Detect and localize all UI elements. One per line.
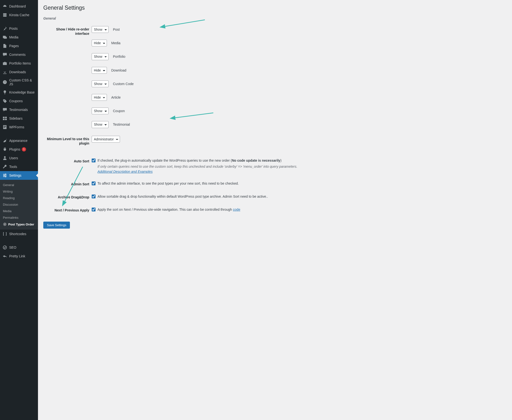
tag-icon	[2, 99, 7, 104]
sidebar-item-comments[interactable]: Comments	[0, 50, 38, 59]
svg-point-15	[4, 156, 6, 158]
posttype-select-media[interactable]: Hide	[92, 40, 107, 46]
svg-rect-17	[3, 175, 7, 176]
svg-point-28	[5, 223, 6, 224]
sidebar-item-shortcodes[interactable]: Shortcodes	[0, 230, 38, 238]
sidebar-item-custom-css-js[interactable]: Custom CSS & JS	[0, 76, 38, 88]
sidebar-item-label: Downloads	[9, 70, 26, 74]
sidebar-item-appearance[interactable]: Appearance	[0, 136, 38, 145]
tools-icon	[2, 164, 7, 169]
svg-rect-18	[3, 176, 7, 177]
testimonial-icon	[2, 107, 7, 112]
sidebar-item-posts[interactable]: Posts	[0, 24, 38, 33]
sidebar-item-pages[interactable]: Pages	[0, 42, 38, 50]
svg-rect-8	[5, 117, 7, 118]
svg-rect-20	[4, 175, 4, 176]
sidebar-item-label: Pages	[9, 44, 19, 48]
archivednd-label: Archive Drag&Drop	[43, 191, 92, 204]
pto-icon	[3, 222, 7, 226]
nextprev-code-link[interactable]: code	[233, 208, 240, 211]
submenu-item-label: Discussion	[3, 203, 18, 206]
adminsort-label: Admin Sort	[43, 178, 92, 191]
svg-point-22	[4, 224, 5, 225]
posttype-select-coupon[interactable]: Show	[92, 107, 109, 114]
posttype-select-post[interactable]: Show	[92, 26, 109, 33]
code-icon	[2, 80, 7, 85]
sidebar-item-wpforms[interactable]: WPForms	[0, 123, 38, 131]
svg-point-26	[6, 224, 6, 225]
sidebar-item-coupons[interactable]: Coupons	[0, 97, 38, 105]
media-icon	[2, 35, 7, 40]
sidebars-icon	[2, 116, 7, 121]
submenu-item-media[interactable]: Media	[0, 208, 38, 214]
svg-rect-0	[3, 13, 7, 14]
adminsort-checkbox[interactable]	[92, 181, 96, 185]
sidebar-item-sidebars[interactable]: Sidebars	[0, 114, 38, 123]
archivednd-desc: Allow sortable drag & drop functionality…	[98, 194, 268, 199]
submenu-item-post-types-order[interactable]: Post Types Order	[0, 221, 38, 228]
autosort-hint-link[interactable]: Additional Description and Examples	[98, 170, 153, 173]
posttype-row-testimonial: ShowTestimonial	[92, 121, 504, 128]
page-title: General Settings	[43, 2, 507, 12]
sidebar-item-dashboard[interactable]: Dashboard	[0, 2, 38, 11]
submenu-item-reading[interactable]: Reading	[0, 195, 38, 201]
sidebar-item-label: Appearance	[9, 139, 28, 142]
users-icon	[2, 156, 7, 160]
svg-rect-16	[3, 174, 7, 174]
posttype-select-article[interactable]: Hide	[92, 94, 107, 101]
sidebar-item-tools[interactable]: Tools	[0, 162, 38, 171]
nextprev-label: Next / Previous Apply	[43, 204, 92, 217]
svg-point-30	[5, 225, 6, 225]
submenu-item-discussion[interactable]: Discussion	[0, 201, 38, 208]
save-settings-button[interactable]: Save Settings	[43, 222, 70, 229]
sidebar-item-label: Plugins	[9, 147, 20, 151]
sidebar-item-label: Testimonials	[9, 108, 28, 112]
submenu-item-general[interactable]: General	[0, 182, 38, 188]
wpforms-icon	[2, 125, 7, 129]
autosort-label: Auto Sort	[43, 155, 92, 178]
sidebar-item-downloads[interactable]: Downloads	[0, 68, 38, 76]
sidebar-item-plugins[interactable]: Plugins1	[0, 145, 38, 154]
min-level-label: Minimum Level to use this plugin	[43, 132, 92, 150]
autosort-checkbox[interactable]	[92, 158, 96, 162]
sidebar-item-label: Media	[9, 35, 18, 39]
posttype-select-custom-code[interactable]: Show	[92, 81, 109, 87]
sidebar-item-portfolio-items[interactable]: Portfolio Items	[0, 59, 38, 68]
posttype-select-download[interactable]: Hide	[92, 67, 107, 74]
svg-rect-10	[5, 119, 7, 120]
posttype-label: Download	[111, 68, 126, 72]
sidebar-item-pretty-link[interactable]: Pretty Link	[0, 252, 38, 261]
svg-point-24	[5, 225, 5, 226]
sidebar-item-settings[interactable]: Settings	[0, 171, 38, 180]
posttype-select-portfolio[interactable]: Show	[92, 53, 109, 60]
portfolio-icon	[2, 61, 7, 66]
sidebar-item-label: Portfolio Items	[9, 61, 31, 65]
min-level-select[interactable]: Administrator	[92, 136, 120, 142]
sidebar-item-label: Pretty Link	[9, 254, 25, 258]
sidebar-item-label: Custom CSS & JS	[9, 78, 36, 86]
section-title: General	[43, 16, 507, 20]
svg-point-23	[5, 223, 5, 223]
svg-rect-11	[3, 125, 7, 129]
posttype-select-testimonial[interactable]: Show	[92, 121, 109, 128]
sidebar-item-kinsta-cache[interactable]: Kinsta Cache	[0, 11, 38, 19]
archivednd-checkbox[interactable]	[92, 195, 96, 198]
posttype-row-download: HideDownload	[92, 67, 504, 74]
submenu-item-permalinks[interactable]: Permalinks	[0, 214, 38, 221]
submenu-item-writing[interactable]: Writing	[0, 188, 38, 195]
sidebar-item-knowledge-base[interactable]: Knowledge Base	[0, 88, 38, 97]
sidebar-item-label: Tools	[9, 165, 17, 169]
submenu-item-label: Media	[3, 209, 11, 213]
svg-rect-21	[5, 176, 6, 177]
prettylink-icon	[2, 254, 7, 259]
posttype-row-coupon: ShowCoupon	[92, 107, 504, 114]
cache-icon	[2, 13, 7, 17]
sidebar-item-seo[interactable]: SEO	[0, 243, 38, 252]
sidebar-item-media[interactable]: Media	[0, 33, 38, 42]
nextprev-desc-pre: Apply the sort on Next / Previous site-w…	[98, 208, 233, 211]
svg-point-27	[4, 223, 4, 224]
posttype-label: Coupon	[113, 109, 125, 113]
sidebar-item-testimonials[interactable]: Testimonials	[0, 105, 38, 114]
sidebar-item-users[interactable]: Users	[0, 154, 38, 162]
nextprev-checkbox[interactable]	[92, 208, 96, 211]
